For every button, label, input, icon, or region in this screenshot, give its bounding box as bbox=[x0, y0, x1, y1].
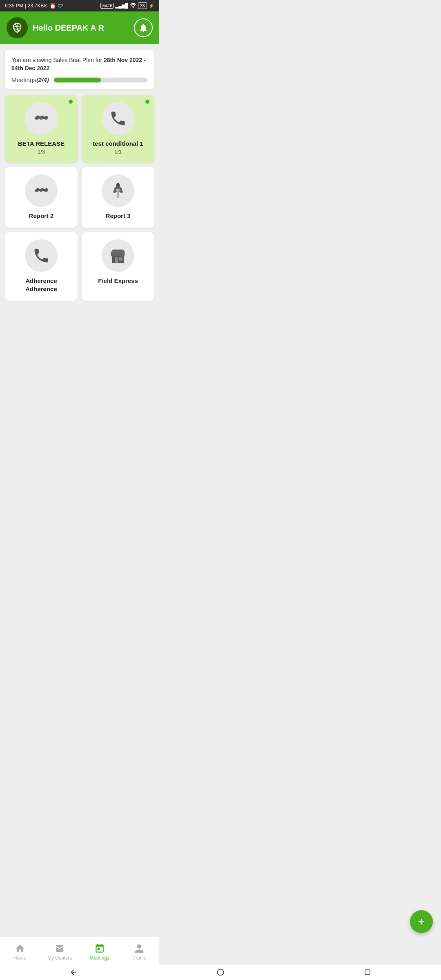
wifi-icon bbox=[130, 2, 136, 9]
shield-icon: 🛡 bbox=[58, 3, 63, 9]
card-adherence-label: Adherence Adherence bbox=[10, 277, 73, 293]
battery-icon: 35 bbox=[138, 2, 147, 9]
cards-grid: BETA RELEASE 1/3 test conditional 1 1/1 … bbox=[0, 93, 159, 305]
card-icon-report-3 bbox=[102, 174, 134, 207]
card-icon-beta-release bbox=[25, 102, 58, 135]
speed-label: 23.7KB/s bbox=[28, 3, 48, 9]
svg-point-10 bbox=[119, 189, 123, 193]
card-field-express-label: Field Express bbox=[98, 277, 138, 285]
header-left: Hello DEEPAK A R bbox=[7, 17, 104, 38]
beat-plan-card: You are viewing Sales Beat Plan for 28th… bbox=[5, 50, 154, 89]
app-logo bbox=[7, 17, 28, 38]
volte-icon: VoLTE bbox=[100, 3, 114, 9]
svg-point-11 bbox=[117, 183, 119, 185]
card-field-express[interactable]: Field Express bbox=[82, 232, 154, 301]
status-bar: 6:35 PM | 23.7KB/s ⏰ 🛡 VoLTE ▂▄▆█ 35 ⚡ bbox=[0, 0, 159, 11]
time-label: 6:35 PM bbox=[5, 3, 23, 9]
status-right: VoLTE ▂▄▆█ 35 ⚡ bbox=[100, 2, 154, 9]
card-icon-field-express bbox=[102, 239, 134, 272]
card-report-3-label: Report 3 bbox=[106, 212, 131, 220]
card-report-2[interactable]: Report 2 bbox=[5, 167, 78, 228]
progress-bar bbox=[54, 78, 148, 82]
card-test-conditional-label: test conditional 1 bbox=[93, 140, 143, 148]
card-adherence[interactable]: Adherence Adherence bbox=[5, 232, 78, 301]
meetings-label: Meetings(2/4) bbox=[11, 76, 49, 83]
card-report-2-label: Report 2 bbox=[29, 212, 54, 220]
card-report-3[interactable]: Report 3 bbox=[82, 167, 154, 228]
svg-point-9 bbox=[113, 189, 117, 193]
meetings-row: Meetings(2/4) bbox=[11, 76, 148, 83]
status-left: 6:35 PM | 23.7KB/s ⏰ 🛡 bbox=[5, 3, 63, 9]
beat-plan-line1: You are viewing Sales Beat Plan for bbox=[11, 57, 104, 63]
card-icon-test-conditional bbox=[102, 102, 134, 135]
header-greeting: Hello DEEPAK A R bbox=[33, 23, 104, 33]
separator: | bbox=[25, 3, 26, 9]
card-test-conditional[interactable]: test conditional 1 1/1 bbox=[82, 95, 154, 163]
active-dot-2 bbox=[145, 100, 149, 104]
signal-icon: ▂▄▆█ bbox=[115, 3, 128, 9]
notifications-button[interactable] bbox=[134, 18, 153, 37]
charging-icon: ⚡ bbox=[149, 3, 154, 9]
active-dot bbox=[69, 100, 73, 104]
meetings-value: (2/4) bbox=[36, 76, 49, 83]
beat-plan-text: You are viewing Sales Beat Plan for 28th… bbox=[11, 56, 148, 72]
progress-fill bbox=[54, 78, 101, 82]
card-icon-report-2 bbox=[25, 174, 58, 207]
card-beta-release-sublabel: 1/3 bbox=[38, 149, 45, 155]
header: Hello DEEPAK A R bbox=[0, 11, 159, 44]
svg-point-3 bbox=[40, 118, 42, 120]
card-icon-adherence bbox=[25, 239, 58, 272]
svg-point-4 bbox=[40, 190, 42, 192]
alarm-icon: ⏰ bbox=[49, 3, 56, 9]
card-beta-release-label: BETA RELEASE bbox=[18, 140, 65, 148]
card-beta-release[interactable]: BETA RELEASE 1/3 bbox=[5, 95, 78, 163]
svg-rect-14 bbox=[119, 257, 122, 261]
card-test-conditional-sublabel: 1/1 bbox=[114, 149, 122, 155]
svg-rect-13 bbox=[115, 257, 118, 263]
